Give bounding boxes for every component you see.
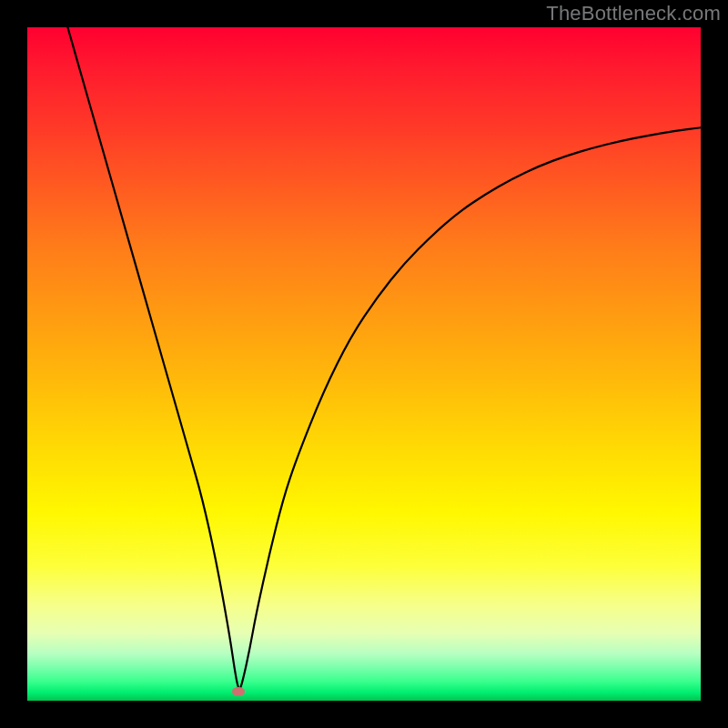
plot-area	[27, 27, 701, 701]
curve-layer	[27, 27, 701, 701]
curve-minimum-marker	[232, 687, 245, 696]
chart-container: TheBottleneck.com	[0, 0, 728, 728]
watermark-text: TheBottleneck.com	[546, 2, 721, 25]
bottleneck-curve	[67, 27, 701, 689]
